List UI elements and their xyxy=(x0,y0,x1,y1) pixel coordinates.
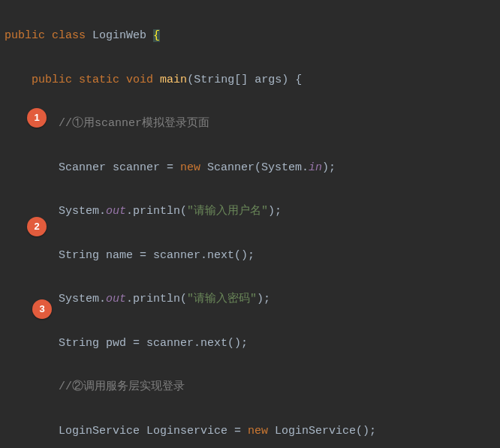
code-text: Scanner(System. xyxy=(200,161,309,174)
annotation-badge-1: 1 xyxy=(27,108,47,128)
method-name: main xyxy=(160,74,187,86)
code-text: System. xyxy=(59,293,106,305)
code-line: public static void main(String[] args) { xyxy=(0,69,500,91)
comment: //①用scanner模拟登录页面 xyxy=(59,117,209,130)
keyword: new xyxy=(180,161,200,174)
keyword: public xyxy=(32,74,72,86)
annotation-badge-2: 2 xyxy=(27,217,47,236)
code-line: System.out.println("请输入用户名"); xyxy=(0,200,500,222)
code-line: LoginService Loginservice = new LoginSer… xyxy=(0,420,500,442)
string: "请输入用户名" xyxy=(187,205,268,218)
brace: { xyxy=(153,29,160,42)
code-text: .println( xyxy=(126,293,187,305)
code-line: System.out.println("请输入密码"); xyxy=(0,288,500,310)
code-text: String pwd = scanner.next(); xyxy=(59,337,248,350)
code-text: .println( xyxy=(126,205,187,218)
field: in xyxy=(309,161,322,174)
code-block: public class LoginWeb { public static vo… xyxy=(0,0,500,448)
code-line: Scanner scanner = new Scanner(System.in)… xyxy=(0,157,500,179)
code-text: System. xyxy=(59,205,106,218)
code-text: ); xyxy=(257,293,270,305)
code-text: LoginService Loginservice = xyxy=(59,425,248,437)
keyword: static xyxy=(79,74,119,86)
comment: //②调用服务层实现登录 xyxy=(59,380,185,393)
code-line: String name = scanner.next(); xyxy=(0,245,500,266)
code-text: LoginService(); xyxy=(268,425,376,437)
code-text: ); xyxy=(322,161,336,174)
keyword: public xyxy=(5,29,45,42)
keyword: new xyxy=(248,425,268,437)
code-line: String pwd = scanner.next(); xyxy=(0,332,500,354)
code-text: Scanner scanner = xyxy=(59,161,180,174)
code-text: String name = scanner.next(); xyxy=(59,249,255,262)
code-text: ); xyxy=(268,205,282,218)
string: "请输入密码" xyxy=(187,293,257,305)
annotation-badge-3: 3 xyxy=(32,299,52,319)
field: out xyxy=(106,293,126,305)
keyword: void xyxy=(126,74,153,86)
params: (String[] args) { xyxy=(187,74,302,86)
code-line: //②调用服务层实现登录 xyxy=(0,376,500,398)
field: out xyxy=(106,205,126,218)
class-name: LoginWeb xyxy=(92,29,146,42)
code-line: //①用scanner模拟登录页面 xyxy=(0,113,500,134)
code-line: public class LoginWeb { xyxy=(0,25,500,47)
keyword: class xyxy=(52,29,86,42)
